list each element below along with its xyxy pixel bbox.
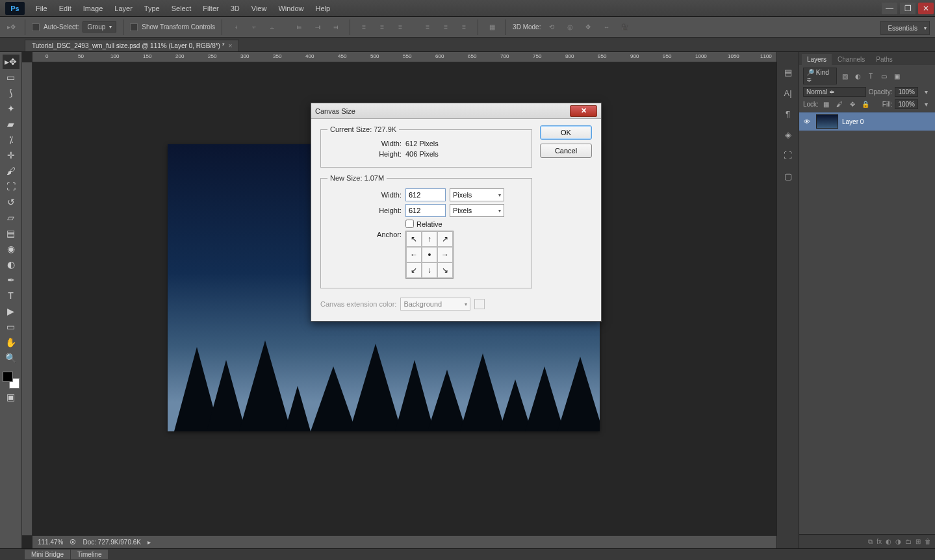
ok-button[interactable]: OK bbox=[540, 125, 592, 140]
workspace-switcher[interactable]: Essentials bbox=[880, 21, 930, 35]
filter-smart-icon[interactable]: ▣ bbox=[891, 73, 902, 80]
quick-mask-toggle[interactable]: ▣ bbox=[3, 390, 19, 404]
tab-timeline[interactable]: Timeline bbox=[71, 550, 108, 559]
move-tool[interactable]: ▸✥ bbox=[3, 55, 19, 69]
type-tool[interactable]: T bbox=[3, 288, 19, 303]
filter-type-icon[interactable]: T bbox=[865, 73, 876, 80]
lock-all-icon[interactable]: 🔒 bbox=[860, 101, 871, 108]
link-layers-icon[interactable]: ⧉ bbox=[868, 538, 873, 546]
info-panel-icon[interactable]: ▢ bbox=[781, 169, 795, 183]
fill-input[interactable]: 100% bbox=[895, 99, 918, 109]
new-height-input[interactable] bbox=[405, 204, 446, 217]
menu-image[interactable]: Image bbox=[77, 5, 109, 12]
lock-position-icon[interactable]: ✥ bbox=[847, 101, 858, 108]
new-width-unit-dropdown[interactable]: Pixels bbox=[450, 188, 504, 201]
distribute-4-icon[interactable]: ≡ bbox=[420, 21, 435, 34]
auto-align-icon[interactable]: ▦ bbox=[485, 21, 499, 34]
layer-visibility-icon[interactable]: 👁 bbox=[802, 118, 812, 125]
relative-checkbox[interactable] bbox=[405, 220, 414, 228]
clone-stamp-tool[interactable]: ⛶ bbox=[3, 179, 19, 194]
layer-row[interactable]: 👁 Layer 0 bbox=[799, 112, 935, 131]
extension-color-dropdown[interactable]: Background bbox=[400, 298, 470, 311]
anchor-n[interactable]: ↑ bbox=[422, 231, 437, 247]
layer-name[interactable]: Layer 0 bbox=[842, 118, 864, 125]
brush-tool[interactable]: 🖌 bbox=[3, 164, 19, 178]
distribute-5-icon[interactable]: ≡ bbox=[439, 21, 453, 34]
paragraph-panel-icon[interactable]: ¶ bbox=[781, 107, 795, 121]
auto-select-checkbox[interactable] bbox=[32, 23, 40, 31]
ruler-horizontal[interactable]: 0501001502002503003504004505005506006507… bbox=[32, 52, 776, 62]
menu-type[interactable]: Type bbox=[138, 5, 166, 12]
distribute-2-icon[interactable]: ≡ bbox=[375, 21, 389, 34]
document-tab-close-icon[interactable]: × bbox=[229, 42, 233, 49]
new-fill-layer-icon[interactable]: ◑ bbox=[895, 538, 901, 545]
zoom-tool[interactable]: 🔍 bbox=[3, 351, 19, 365]
blur-tool[interactable]: ◉ bbox=[3, 242, 19, 256]
3d-slide-icon[interactable]: ↔ bbox=[599, 21, 613, 34]
menu-window[interactable]: Window bbox=[272, 5, 309, 12]
dialog-close-button[interactable]: ✕ bbox=[570, 105, 597, 117]
distribute-1-icon[interactable]: ≡ bbox=[357, 21, 371, 34]
status-arrow-icon[interactable]: ▸ bbox=[147, 539, 151, 546]
status-expand-icon[interactable]: ⦿ bbox=[70, 539, 76, 546]
character-panel-icon[interactable]: A| bbox=[781, 86, 795, 100]
auto-select-target-dropdown[interactable]: Group bbox=[83, 21, 116, 32]
lasso-tool[interactable]: ⟆ bbox=[3, 86, 19, 100]
distribute-6-icon[interactable]: ≡ bbox=[457, 21, 471, 34]
healing-brush-tool[interactable]: ✛ bbox=[3, 148, 19, 162]
magic-wand-tool[interactable]: ✦ bbox=[3, 101, 19, 116]
path-select-tool[interactable]: ▶ bbox=[3, 304, 19, 318]
layer-thumbnail[interactable] bbox=[816, 114, 838, 129]
3d-orbit-icon[interactable]: ⟲ bbox=[544, 21, 559, 34]
anchor-s[interactable]: ↓ bbox=[422, 262, 437, 278]
distribute-3-icon[interactable]: ≡ bbox=[393, 21, 407, 34]
anchor-e[interactable]: → bbox=[437, 247, 453, 262]
menu-view[interactable]: View bbox=[246, 5, 273, 12]
shape-tool[interactable]: ▭ bbox=[3, 320, 19, 334]
align-center-h-icon[interactable]: ⫟ bbox=[247, 21, 261, 34]
menu-select[interactable]: Select bbox=[166, 5, 198, 12]
align-center-v-icon[interactable]: ⫣ bbox=[311, 21, 325, 34]
hand-tool[interactable]: ✋ bbox=[3, 335, 19, 350]
anchor-w[interactable]: ← bbox=[406, 247, 422, 262]
layer-mask-icon[interactable]: ◐ bbox=[886, 538, 891, 545]
new-width-input[interactable] bbox=[405, 188, 446, 201]
filter-pixel-icon[interactable]: ▧ bbox=[839, 73, 850, 80]
lock-pixels-icon[interactable]: 🖌 bbox=[834, 101, 845, 108]
3d-pan-icon[interactable]: ✥ bbox=[581, 21, 595, 34]
anchor-center[interactable]: • bbox=[422, 247, 437, 262]
close-button[interactable]: ✕ bbox=[918, 3, 934, 14]
new-layer-icon[interactable]: ⊞ bbox=[916, 538, 921, 545]
filter-kind-dropdown[interactable]: 🔎 Kind ≑ bbox=[803, 68, 837, 84]
tab-layers[interactable]: Layers bbox=[802, 54, 832, 65]
menu-edit[interactable]: Edit bbox=[53, 5, 77, 12]
blend-mode-dropdown[interactable]: Normal ≑ bbox=[803, 87, 866, 97]
opacity-arrow-icon[interactable]: ▾ bbox=[921, 88, 931, 95]
filter-shape-icon[interactable]: ▭ bbox=[878, 73, 889, 80]
lock-transparent-icon[interactable]: ▦ bbox=[821, 101, 832, 108]
menu-layer[interactable]: Layer bbox=[109, 5, 138, 12]
align-left-icon[interactable]: ⫞ bbox=[229, 21, 243, 34]
align-right-icon[interactable]: ⫠ bbox=[265, 21, 279, 34]
align-bottom-icon[interactable]: ⫤ bbox=[329, 21, 343, 34]
crop-tool[interactable]: ▰ bbox=[3, 117, 19, 131]
extension-color-swatch[interactable] bbox=[474, 299, 485, 309]
filter-adjust-icon[interactable]: ◐ bbox=[852, 73, 863, 80]
zoom-level[interactable]: 111.47% bbox=[38, 539, 63, 546]
fill-arrow-icon[interactable]: ▾ bbox=[921, 101, 931, 108]
3d-panel-icon[interactable]: ◈ bbox=[781, 127, 795, 142]
menu-filter[interactable]: Filter bbox=[197, 5, 224, 12]
3d-roll-icon[interactable]: ◎ bbox=[563, 21, 577, 34]
layer-fx-icon[interactable]: fx bbox=[877, 538, 882, 545]
cancel-button[interactable]: Cancel bbox=[540, 144, 592, 158]
eraser-tool[interactable]: ▱ bbox=[3, 210, 19, 225]
dialog-titlebar[interactable]: Canvas Size ✕ bbox=[311, 103, 601, 119]
anchor-sw[interactable]: ↙ bbox=[406, 262, 422, 278]
document-tab[interactable]: Tutorial_DSC_2493_wm_full size.psd @ 111… bbox=[25, 40, 239, 51]
menu-file[interactable]: File bbox=[30, 5, 53, 12]
tab-paths[interactable]: Paths bbox=[871, 54, 898, 65]
ruler-vertical[interactable] bbox=[22, 62, 32, 535]
new-group-icon[interactable]: 🗀 bbox=[905, 538, 912, 545]
delete-layer-icon[interactable]: 🗑 bbox=[925, 538, 931, 545]
menu-help[interactable]: Help bbox=[310, 5, 337, 12]
